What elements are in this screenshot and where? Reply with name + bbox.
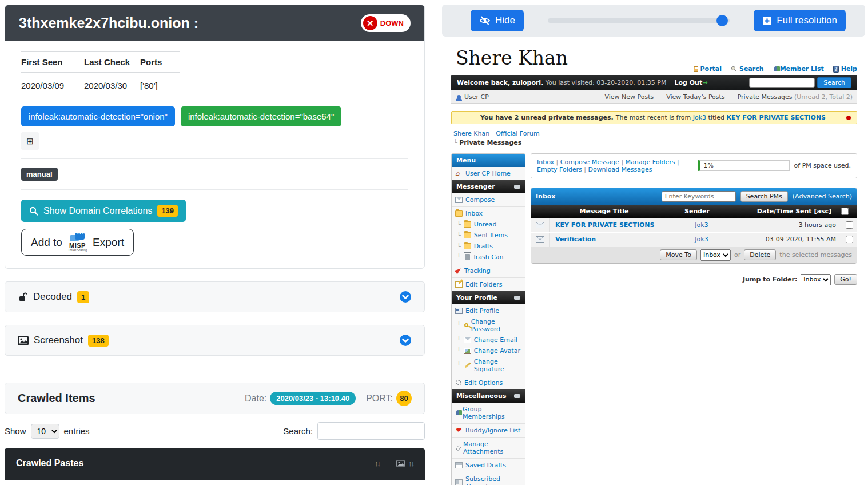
- slider-thumb[interactable]: [716, 15, 728, 26]
- plus-square-icon: [762, 16, 772, 26]
- gear-icon: [456, 380, 461, 385]
- dart-icon: [455, 267, 463, 275]
- threads-icon: [455, 479, 463, 485]
- misp-suffix: Export: [93, 236, 124, 249]
- date-value-badge[interactable]: 2020/03/23 - 13:10.40: [270, 392, 356, 405]
- sidebar-item-change-email: └Change Email: [452, 335, 525, 345]
- tag-infoleak-base64[interactable]: infoleak:automatic-detection="base64": [181, 106, 341, 126]
- full-resolution-label: Full resolution: [777, 15, 837, 26]
- column-message-title: Message Title: [554, 208, 654, 215]
- forum-search-input: [749, 78, 815, 88]
- pm-space-meter: 1%: [698, 160, 790, 171]
- decoded-section[interactable]: Decoded 1: [5, 281, 425, 312]
- entries-label: entries: [64, 426, 90, 436]
- entries-select[interactable]: 10: [31, 424, 59, 439]
- view-new-posts-link: View New Posts: [604, 93, 654, 101]
- breadcrumb-current: Private Messages: [459, 139, 521, 146]
- sidebar-item-edit-folders: Edit Folders: [452, 277, 525, 290]
- go-button: Go!: [834, 274, 857, 285]
- notice-icon: [846, 116, 851, 120]
- group-icon: [456, 410, 460, 415]
- help-link: ?Help: [833, 65, 857, 73]
- sidebar-item-drafts: └Drafts: [452, 241, 525, 252]
- forum-sidebar: Menu ⌂User CP Home Messenger Compose Inb…: [451, 153, 525, 485]
- crawled-items-header: Crawled Items Date: 2020/03/23 - 13:10.4…: [5, 383, 425, 414]
- sort-icon[interactable]: ↑↓: [375, 459, 380, 468]
- image-icon: [396, 460, 405, 467]
- sidebar-item-change-avatar: └Change Avatar: [452, 345, 525, 356]
- inbox-panel: Inbox Search PMs (Advanced Search) Messa…: [531, 188, 857, 264]
- pm-select-checkbox: [846, 236, 853, 243]
- domain-info-table: First Seen Last Check Ports 2020/03/09 2…: [21, 51, 180, 94]
- domain-body: First Seen Last Check Ports 2020/03/09 2…: [5, 41, 424, 268]
- port-value-badge[interactable]: 80: [396, 391, 412, 406]
- pm-toolbar: Inbox | Compose Message | Manage Folders…: [531, 153, 857, 178]
- col-first-seen: First Seen: [21, 52, 84, 73]
- decoded-label: Decoded: [33, 291, 72, 303]
- envelope-icon: [464, 337, 471, 343]
- screenshot-section[interactable]: Screenshot 138: [5, 325, 425, 356]
- heart-icon: ❤: [455, 427, 463, 434]
- welcome-text: Welcome back, zulopori.: [457, 79, 543, 86]
- sidebar-item-change-signature: └Change Signature: [452, 356, 525, 375]
- pm-envelope-icon: [536, 236, 544, 242]
- domain-panel: 3thxemke2x7hcibu.onion : ✕ DOWN First Se…: [5, 5, 425, 485]
- avatar-icon: [464, 348, 471, 354]
- ports-value: ['80']: [140, 73, 180, 94]
- add-tag-button[interactable]: ⊞: [21, 132, 39, 150]
- select-all-checkbox: [841, 208, 849, 215]
- folder-icon: [464, 221, 471, 228]
- domain-title: 3thxemke2x7hcibu.onion :: [19, 15, 361, 31]
- sidebar-item-sent-items: └Sent Items: [452, 230, 525, 241]
- sidebar-header-menu: Menu: [452, 154, 525, 167]
- full-resolution-button[interactable]: Full resolution: [754, 10, 846, 31]
- jump-to-folder-row: Jump to Folder: Inbox Go!: [531, 274, 857, 285]
- sidebar-header-messenger: Messenger: [452, 180, 525, 193]
- tag-infoleak-onion[interactable]: infoleak:automatic-detection="onion": [21, 106, 175, 126]
- misp-logo-subtitle: Threat Sharing: [68, 249, 87, 252]
- bell-icon: [694, 66, 698, 72]
- advanced-search-link: (Advanced Search): [793, 193, 852, 200]
- selected-messages-text: the selected messages: [779, 251, 852, 259]
- misp-export-button[interactable]: Add to MISP Threat Sharing Export: [21, 229, 134, 256]
- tag-manual[interactable]: manual: [21, 168, 58, 181]
- inbox-link: Inbox: [537, 158, 554, 166]
- search-input[interactable]: [317, 422, 425, 440]
- tags-row: infoleak:automatic-detection="onion" inf…: [21, 106, 408, 126]
- status-badge: ✕ DOWN: [361, 14, 411, 32]
- table-row: 2020/03/09 2020/03/30 ['80']: [21, 73, 180, 94]
- user-icon: [457, 95, 461, 99]
- document-icon: [455, 462, 463, 468]
- hide-label: Hide: [495, 15, 515, 26]
- collapse-icon: [514, 394, 520, 398]
- image-icon: [18, 336, 29, 345]
- sidebar-item-manage-attachments: Manage Attachments: [452, 437, 525, 457]
- inbox-header: Inbox Search PMs (Advanced Search): [531, 188, 857, 205]
- screenshot-preview: Shere Khan Portal Search Member List ?He…: [442, 45, 865, 485]
- hide-button[interactable]: Hide: [471, 10, 524, 31]
- datatable-controls: Show 10 entries Search:: [5, 422, 425, 440]
- decoded-count-badge: 1: [77, 291, 89, 303]
- pm-row: Verification Jok3 03-09-2020, 11:55 AM: [531, 232, 857, 247]
- show-domain-correlations-button[interactable]: Show Domain Correlations 139: [21, 200, 186, 222]
- slider-track[interactable]: [548, 18, 730, 23]
- forum-search-button: Search: [817, 77, 851, 88]
- show-label: Show: [5, 426, 26, 436]
- member-list-link: Member List: [773, 65, 824, 73]
- sidebar-header-miscellaneous: Miscellaneous: [452, 389, 525, 403]
- sidebar-item-saved-drafts: Saved Drafts: [452, 458, 525, 471]
- svg-text:?: ?: [834, 67, 837, 72]
- sidebar-item-buddy-ignore-list: ❤Buddy/Ignore List: [452, 423, 525, 436]
- chevron-down-icon[interactable]: [399, 334, 412, 347]
- unread-pm-notice: You have 2 unread private messages. The …: [451, 111, 857, 124]
- port-label: PORT:: [366, 393, 393, 404]
- breadcrumb-root: Shere Khan - Official Forum: [453, 130, 540, 137]
- inbox-columns-header: Message Title Sender Date/Time Sent [asc…: [531, 205, 857, 218]
- sort-icon[interactable]: ↑↓: [408, 459, 413, 468]
- chevron-down-icon[interactable]: [399, 291, 412, 303]
- status-x-icon: ✕: [363, 16, 377, 30]
- sidebar-item-compose: Compose: [452, 194, 525, 205]
- zoom-slider[interactable]: [548, 15, 730, 26]
- column-sender: Sender: [654, 208, 740, 215]
- inbox-title: Inbox: [536, 193, 657, 200]
